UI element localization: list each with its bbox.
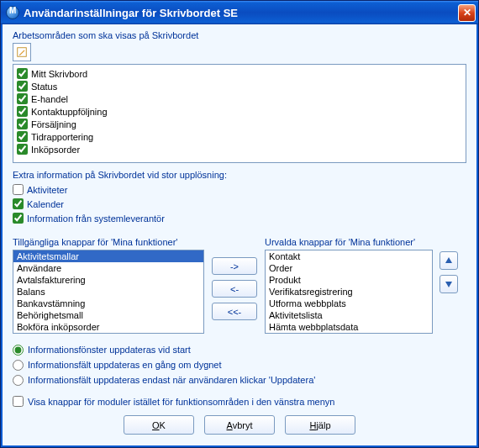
workspace-checkbox[interactable] (17, 81, 28, 92)
list-item[interactable]: Verifikatsregistrering (266, 286, 432, 298)
workspace-checkbox[interactable] (17, 131, 28, 142)
workspace-item[interactable]: Tidrapportering (17, 130, 462, 143)
workspace-item[interactable]: Mitt Skrivbord (17, 67, 462, 80)
workspace-label: Mitt Skrivbord (31, 69, 87, 79)
extra-checkbox[interactable] (13, 198, 24, 209)
triangle-down-icon (445, 280, 453, 288)
workspaces-listbox[interactable]: Mitt SkrivbordStatusE-handelKontaktuppfö… (13, 64, 466, 163)
move-left-button[interactable]: <- (212, 280, 257, 298)
workspace-checkbox[interactable] (17, 93, 28, 104)
extra-label: Information från systemleverantör (27, 213, 165, 224)
radio-label: Informationsfönster uppdateras vid start (28, 345, 191, 355)
list-item[interactable]: Hämta webbplatsdata (266, 321, 432, 333)
workspace-item[interactable]: Kontaktuppföljning (17, 105, 462, 118)
edit-button[interactable] (13, 43, 31, 61)
titlebar: Användarinställningar för Skrivbordet SE… (1, 1, 478, 24)
list-item[interactable]: Aktivitetsmallar (13, 250, 203, 262)
edit-icon (16, 46, 28, 58)
workspace-item[interactable]: E-handel (17, 92, 462, 105)
move-down-button[interactable] (440, 275, 458, 293)
module-checkbox[interactable] (13, 396, 24, 407)
extra-checkbox[interactable] (13, 213, 24, 224)
move-all-left-button[interactable]: <<- (212, 303, 257, 320)
triangle-up-icon (445, 256, 453, 265)
cancel-button[interactable]: Avbryt (204, 415, 275, 435)
workspace-checkbox[interactable] (17, 68, 28, 79)
workspace-item[interactable]: Inköpsorder (17, 143, 462, 155)
list-item[interactable]: Produkt (266, 274, 432, 286)
available-listbox[interactable]: AktivitetsmallarAnvändareAvtalsfaktureri… (13, 250, 204, 334)
workspace-label: Inköpsorder (31, 145, 80, 155)
list-item[interactable]: Order (266, 262, 432, 274)
app-icon (6, 6, 19, 19)
list-item[interactable]: Utforma webbplats (266, 298, 432, 309)
extra-checkboxes: AktiviteterKalenderInformation från syst… (13, 182, 466, 225)
workspace-label: Tidrapportering (31, 132, 93, 142)
selected-label: Urvalda knappar för 'Mina funktioner' (265, 237, 433, 247)
extra-item[interactable]: Aktiviteter (13, 182, 466, 197)
list-item[interactable]: Kontakt (266, 250, 432, 262)
window-title: Användarinställningar för Skrivbordet SE (24, 7, 458, 19)
list-item[interactable]: Användare (13, 262, 203, 274)
workspaces-label: Arbetsområden som ska visas på Skrivbord… (13, 30, 466, 40)
module-checkbox-label: Visa knappar för moduler istället för fu… (28, 397, 334, 407)
list-item[interactable]: Bankavstämning (13, 298, 203, 309)
cancel-text: vbryt (233, 420, 253, 430)
workspace-item[interactable]: Försäljning (17, 118, 462, 130)
workspace-label: Status (31, 82, 57, 92)
extra-checkbox[interactable] (13, 184, 24, 195)
radio-label: Informationsfält uppdateras en gång om d… (28, 360, 222, 370)
list-item[interactable]: Avtalsfakturering (13, 274, 203, 286)
workspace-checkbox[interactable] (17, 144, 28, 155)
move-up-button[interactable] (440, 251, 458, 270)
workspace-checkbox[interactable] (17, 119, 28, 129)
dialog-window: Användarinställningar för Skrivbordet SE… (0, 0, 479, 448)
extra-item[interactable]: Kalender (13, 197, 466, 211)
dialog-buttons: OK Avbryt Hjälp (13, 415, 466, 435)
extra-item[interactable]: Information från systemleverantör (13, 211, 466, 225)
update-radio-group: Informationsfönster uppdateras vid start… (13, 342, 466, 387)
workspace-item[interactable]: Status (17, 80, 462, 92)
help-text: jälp (316, 420, 330, 430)
workspace-checkbox[interactable] (17, 106, 28, 117)
list-item[interactable]: Aktivitetslista (266, 309, 432, 321)
radio-update-daily[interactable]: Informationsfält uppdateras en gång om d… (13, 357, 466, 372)
help-button[interactable]: Hjälp (285, 415, 355, 435)
workspace-label: Kontaktuppföljning (31, 107, 108, 117)
move-right-button[interactable]: -> (212, 257, 257, 275)
extra-label: Extra information på Skrivbordet vid sto… (13, 170, 466, 180)
ok-text: K (160, 420, 166, 430)
workspace-label: Försäljning (31, 119, 76, 129)
workspace-label: E-handel (31, 94, 68, 104)
client-area: Arbetsområden som ska visas på Skrivbord… (1, 24, 478, 447)
list-item[interactable]: Bokföra inköpsorder (13, 321, 203, 333)
list-item[interactable]: Behörighetsmall (13, 309, 203, 321)
extra-label: Aktiviteter (27, 185, 67, 195)
radio-update-start[interactable]: Informationsfönster uppdateras vid start (13, 342, 466, 357)
ok-button[interactable]: OK (124, 415, 194, 435)
close-button[interactable]: ✕ (458, 4, 476, 22)
available-label: Tillgängliga knappar för 'Mina funktione… (13, 237, 204, 247)
radio-update-manual[interactable]: Informationsfält uppdateras endast när a… (13, 372, 466, 387)
extra-label: Kalender (27, 199, 64, 209)
radio-label: Informationsfält uppdateras endast när a… (28, 375, 315, 385)
module-checkbox-row[interactable]: Visa knappar för moduler istället för fu… (13, 396, 466, 407)
selected-listbox[interactable]: KontaktOrderProduktVerifikatsregistrerin… (265, 250, 433, 334)
list-item[interactable]: Balans (13, 286, 203, 298)
